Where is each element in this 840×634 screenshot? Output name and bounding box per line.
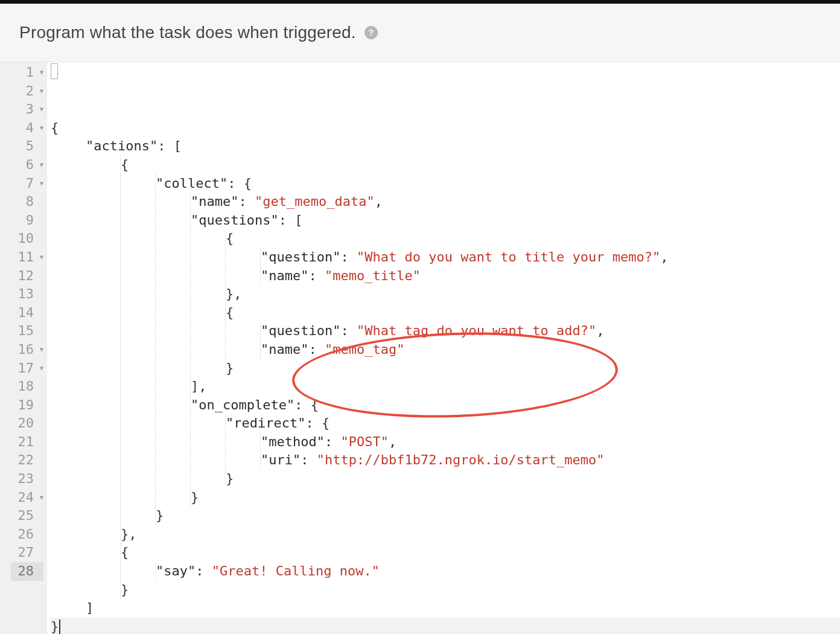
json-punct: :: [340, 322, 357, 341]
json-punct: :: [325, 433, 341, 452]
gutter-line[interactable]: 14: [11, 304, 43, 322]
json-punct: ,: [596, 322, 604, 341]
json-string: "memo_title": [325, 267, 421, 286]
code-line[interactable]: "uri": "http://bbf1b72.ngrok.io/start_me…: [51, 451, 840, 470]
gutter-line[interactable]: 11▼: [11, 248, 43, 267]
code-line[interactable]: "redirect": {: [51, 414, 840, 433]
json-punct: :: [196, 562, 212, 581]
json-punct: :: [340, 248, 357, 267]
code-line[interactable]: "collect": {: [51, 175, 840, 193]
code-line[interactable]: {: [51, 119, 840, 138]
json-punct: {: [226, 229, 234, 248]
gutter-line[interactable]: 12: [11, 267, 43, 286]
code-line[interactable]: "question": "What tag do you want to add…: [51, 322, 840, 341]
fold-toggle-icon[interactable]: ▼: [37, 488, 43, 507]
json-punct: ,: [660, 248, 668, 267]
fold-toggle-icon[interactable]: ▼: [37, 119, 43, 138]
gutter-line[interactable]: 7▼: [11, 175, 43, 193]
fold-toggle-icon[interactable]: ▼: [37, 175, 43, 193]
json-key: "actions": [86, 137, 158, 156]
json-punct: :: [301, 451, 317, 470]
gutter-line[interactable]: 5: [11, 137, 43, 156]
code-line[interactable]: }: [51, 581, 840, 600]
gutter-line[interactable]: 9: [11, 211, 43, 230]
code-line[interactable]: {: [51, 156, 840, 175]
gutter-line[interactable]: 22: [11, 451, 43, 470]
code-line[interactable]: {: [51, 229, 840, 248]
code-line[interactable]: }: [51, 488, 840, 507]
json-punct: :: [238, 193, 255, 211]
gutter-line[interactable]: 20: [11, 414, 43, 433]
code-editor[interactable]: 1▼2▼3▼4▼56▼7▼891011▼1213141516▼17▼181920…: [0, 62, 840, 634]
fold-toggle-icon[interactable]: ▼: [37, 63, 43, 82]
fold-toggle-icon[interactable]: ▼: [37, 100, 43, 119]
gutter-line[interactable]: 27: [11, 543, 43, 562]
code-line[interactable]: ],: [51, 377, 840, 396]
json-string: "What do you want to title your memo?": [357, 248, 660, 267]
gutter-line[interactable]: 19: [11, 396, 43, 415]
code-line[interactable]: }: [51, 470, 840, 488]
gutter-line[interactable]: 8: [11, 193, 43, 211]
json-punct: ,: [389, 433, 396, 452]
gutter-line[interactable]: 28: [11, 562, 43, 581]
code-line[interactable]: }: [51, 507, 840, 525]
json-key: "name": [261, 341, 308, 359]
json-punct: {: [121, 156, 129, 175]
gutter-line[interactable]: 10: [11, 229, 43, 248]
gutter-line[interactable]: 15: [11, 322, 43, 341]
gutter-line[interactable]: 1▼: [11, 63, 43, 82]
code-line[interactable]: "actions": [: [51, 137, 840, 156]
json-punct: }: [226, 359, 234, 378]
code-line[interactable]: "name": "memo_tag": [51, 341, 840, 359]
editor-code-area[interactable]: {"actions": [{"collect": {"name": "get_m…: [47, 62, 840, 634]
code-line[interactable]: },: [51, 285, 840, 304]
gutter-line[interactable]: 25: [11, 507, 43, 525]
json-punct: }: [191, 488, 199, 507]
editor-gutter[interactable]: 1▼2▼3▼4▼56▼7▼891011▼1213141516▼17▼181920…: [0, 62, 47, 634]
gutter-line[interactable]: 26: [11, 525, 43, 544]
json-punct: }: [121, 581, 129, 600]
code-line[interactable]: }: [51, 359, 840, 378]
gutter-line[interactable]: 21: [11, 433, 43, 452]
code-line[interactable]: "question": "What do you want to title y…: [51, 248, 840, 267]
gutter-line[interactable]: 18: [11, 377, 43, 396]
fold-toggle-icon[interactable]: ▼: [37, 82, 43, 101]
code-line[interactable]: "name": "memo_title": [51, 267, 840, 286]
code-line[interactable]: }: [51, 618, 840, 634]
code-line[interactable]: "questions": [: [51, 211, 840, 230]
json-punct: : [: [158, 137, 182, 156]
json-punct: ]: [86, 599, 94, 618]
code-line[interactable]: {: [51, 304, 840, 322]
json-punct: {: [226, 304, 234, 322]
gutter-line[interactable]: 16▼: [11, 341, 43, 359]
code-line[interactable]: {: [51, 543, 840, 562]
code-line[interactable]: ]: [51, 599, 840, 618]
gutter-line[interactable]: 3▼: [11, 100, 43, 119]
json-key: "redirect": [226, 414, 305, 433]
gutter-line[interactable]: 6▼: [11, 156, 43, 175]
gutter-line[interactable]: 13: [11, 285, 43, 304]
section-title: Program what the task does when triggere…: [19, 23, 356, 42]
help-icon[interactable]: ?: [364, 26, 378, 39]
fold-toggle-icon[interactable]: ▼: [37, 248, 43, 267]
json-key: "say": [156, 562, 196, 581]
fold-toggle-icon[interactable]: ▼: [37, 341, 43, 359]
gutter-line[interactable]: 17▼: [11, 359, 43, 378]
code-line[interactable]: "say": "Great! Calling now.": [51, 562, 840, 581]
gutter-line[interactable]: 24▼: [11, 488, 43, 507]
gutter-line[interactable]: 2▼: [11, 82, 43, 101]
json-punct: :: [308, 341, 325, 359]
json-punct: }: [156, 507, 164, 525]
code-line[interactable]: },: [51, 525, 840, 544]
code-line[interactable]: "name": "get_memo_data",: [51, 193, 840, 211]
json-punct: }: [51, 618, 59, 634]
json-key: "question": [261, 248, 340, 267]
gutter-line[interactable]: 23: [11, 470, 43, 488]
gutter-line[interactable]: 4▼: [11, 119, 43, 138]
json-string: "memo_tag": [325, 341, 404, 359]
code-line[interactable]: "on_complete": {: [51, 396, 840, 415]
json-key: "uri": [261, 451, 301, 470]
fold-toggle-icon[interactable]: ▼: [37, 359, 43, 378]
fold-toggle-icon[interactable]: ▼: [37, 156, 43, 175]
code-line[interactable]: "method": "POST",: [51, 433, 840, 452]
